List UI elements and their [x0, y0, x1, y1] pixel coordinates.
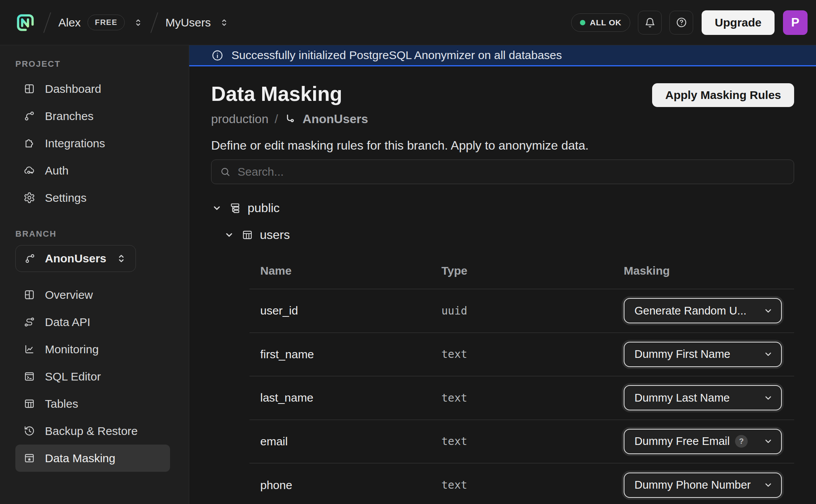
search-input[interactable]: [238, 165, 786, 178]
column-type-value: text: [441, 479, 624, 491]
chevron-down-icon[interactable]: [223, 229, 235, 240]
sidebar-item-tables[interactable]: Tables: [15, 390, 170, 417]
sidebar-item-label: Branches: [45, 110, 94, 123]
masking-select[interactable]: Dummy First Name: [624, 342, 782, 367]
table-row: last_nametextDummy Last Name: [249, 376, 794, 420]
upgrade-button[interactable]: Upgrade: [702, 10, 775, 35]
masking-select-value: Dummy Last Name: [634, 392, 730, 404]
branch-nav: OverviewData APIMonitoringSQL EditorTabl…: [15, 281, 170, 472]
table-icon: [241, 229, 253, 241]
dashboard-icon: [23, 83, 35, 95]
masking-select[interactable]: Dummy Phone Number: [624, 473, 782, 498]
table-row: phonetextDummy Phone Number: [249, 463, 794, 504]
schema-tree: public users: [211, 200, 794, 242]
masking-select[interactable]: Dummy Last Name: [624, 385, 782, 410]
sidebar-item-sql-editor[interactable]: SQL Editor: [15, 363, 170, 390]
sidebar-section-project: PROJECT: [15, 59, 189, 69]
branch-selector-value: AnonUsers: [45, 252, 106, 265]
chevrons-up-down-icon[interactable]: [133, 18, 143, 28]
project-switcher[interactable]: MyUsers: [165, 16, 229, 29]
branch-selector[interactable]: AnonUsers: [15, 245, 136, 272]
column-type-value: text: [441, 392, 624, 404]
help-button[interactable]: [669, 11, 693, 35]
terminal-icon: [23, 371, 35, 382]
dashboard-icon: [23, 289, 35, 301]
breadcrumb: production / AnonUsers: [211, 112, 368, 126]
sidebar-item-label: Overview: [45, 288, 93, 301]
chevrons-up-down-icon[interactable]: [219, 18, 229, 28]
sidebar-item-settings[interactable]: Settings: [15, 184, 170, 211]
page-description: Define or edit masking rules for this br…: [211, 138, 794, 153]
topbar: Alex FREE MyUsers ALL OK Upgrade P: [0, 0, 816, 45]
sidebar-item-dashboard[interactable]: Dashboard: [15, 75, 170, 102]
sidebar-section-branch: BRANCH: [15, 229, 189, 239]
sidebar: PROJECT DashboardBranchesIntegrationsAut…: [0, 45, 189, 504]
chevron-down-icon: [763, 393, 773, 403]
table-row: first_nametextDummy First Name: [249, 333, 794, 377]
masking-select[interactable]: Dummy Free Email?: [624, 429, 782, 454]
breadcrumb-parent[interactable]: production: [211, 112, 268, 126]
sidebar-item-monitoring[interactable]: Monitoring: [15, 336, 170, 363]
table-row: user_iduuidGenerate Random U...: [249, 289, 794, 333]
masking-select-value: Generate Random U...: [634, 305, 747, 317]
project-name: MyUsers: [165, 16, 211, 29]
column-name-value: email: [249, 435, 441, 448]
plan-badge: FREE: [88, 15, 125, 30]
sidebar-item-label: Dashboard: [45, 82, 101, 96]
sidebar-item-integrations[interactable]: Integrations: [15, 130, 170, 157]
chevron-down-icon: [763, 306, 773, 316]
sidebar-item-label: Monitoring: [45, 343, 99, 356]
breadcrumb-slash: [43, 12, 51, 33]
column-type-value: text: [441, 435, 624, 448]
org-name: Alex: [58, 16, 81, 29]
page-title: Data Masking: [211, 82, 368, 105]
masking-table: Name Type Masking user_iduuidGenerate Ra…: [249, 252, 794, 504]
chevrons-up-down-icon: [116, 253, 127, 264]
table-row: emailtextDummy Free Email?: [249, 420, 794, 464]
search-box: [211, 160, 794, 184]
history-icon: [23, 425, 35, 437]
sidebar-item-branches[interactable]: Branches: [15, 102, 170, 130]
branch-icon: [24, 253, 36, 264]
chart-icon: [23, 343, 35, 355]
org-switcher[interactable]: Alex FREE: [58, 15, 143, 30]
masking-help-badge[interactable]: ?: [735, 435, 748, 448]
notification-banner: Successfully initialized PostgreSQL Anon…: [189, 45, 816, 66]
branch-icon: [23, 110, 35, 122]
apply-masking-rules-button[interactable]: Apply Masking Rules: [652, 83, 794, 107]
route-icon: [23, 316, 35, 328]
cloud-key-icon: [23, 165, 35, 176]
sidebar-item-data-masking[interactable]: Data Masking: [15, 445, 170, 472]
sidebar-item-data-api[interactable]: Data API: [15, 308, 170, 336]
avatar[interactable]: P: [783, 10, 808, 35]
gear-icon: [23, 192, 35, 204]
tree-node-schema[interactable]: public: [211, 200, 794, 216]
sidebar-item-auth[interactable]: Auth: [15, 157, 170, 184]
column-name-value: first_name: [249, 348, 441, 361]
masking-select[interactable]: Generate Random U...: [624, 298, 782, 323]
status-label: ALL OK: [590, 18, 622, 27]
table-header-row: Name Type Masking: [249, 252, 794, 289]
breadcrumb-slash: [150, 12, 158, 33]
chevron-down-icon: [763, 349, 773, 359]
tree-node-table[interactable]: users: [223, 227, 794, 242]
table-name: users: [260, 228, 290, 242]
column-type-value: uuid: [441, 305, 624, 317]
status-badge[interactable]: ALL OK: [571, 13, 631, 32]
column-type-value: text: [441, 348, 624, 361]
table-body: user_iduuidGenerate Random U...first_nam…: [249, 289, 794, 504]
column-name-value: user_id: [249, 304, 441, 317]
breadcrumb-separator: /: [274, 112, 278, 126]
sidebar-item-backup-restore[interactable]: Backup & Restore: [15, 417, 170, 445]
neon-logo-icon[interactable]: [15, 12, 36, 33]
chevron-down-icon[interactable]: [211, 202, 223, 214]
chevron-down-icon: [763, 436, 773, 446]
column-name-value: phone: [249, 479, 441, 492]
notifications-button[interactable]: [638, 11, 662, 35]
sidebar-item-overview[interactable]: Overview: [15, 281, 170, 308]
bell-icon: [644, 16, 656, 28]
column-name-value: last_name: [249, 391, 441, 404]
status-ok-dot-icon: [580, 20, 585, 25]
sidebar-item-label: Auth: [45, 164, 69, 177]
masking-select-value: Dummy First Name: [634, 348, 730, 361]
